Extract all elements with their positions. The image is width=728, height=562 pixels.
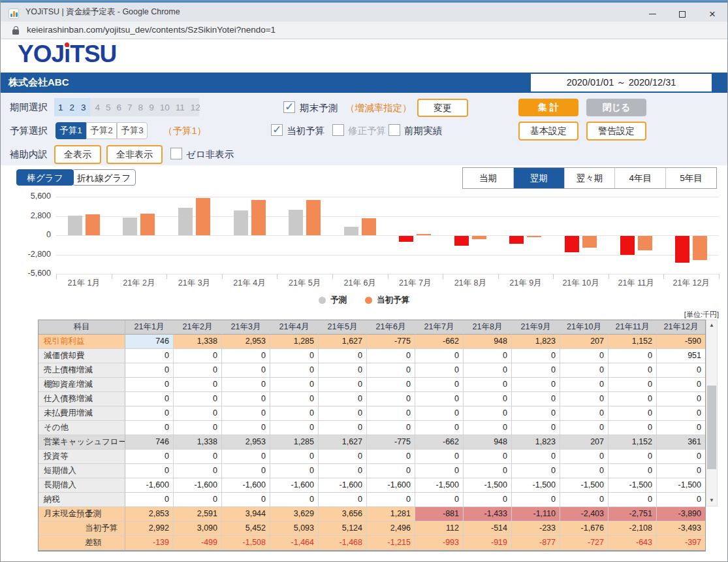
url-text[interactable]: keieirashinban.com/yojitsu_dev/contents/… — [27, 22, 276, 39]
table-cell[interactable]: 0 — [657, 464, 705, 478]
table-cell[interactable]: -1,508 — [222, 536, 270, 550]
table-cell[interactable]: 361 — [657, 435, 705, 450]
table-cell[interactable]: -2,108 — [609, 521, 657, 536]
table-cell[interactable]: -775 — [367, 335, 415, 349]
table-cell[interactable]: 0 — [464, 349, 512, 363]
table-cell[interactable]: 951 — [657, 349, 705, 363]
maximize-button[interactable] — [667, 5, 697, 24]
table-cell[interactable]: -514 — [464, 521, 512, 536]
period-month-3[interactable]: 3 — [81, 103, 86, 112]
change-button[interactable]: 変更 — [417, 99, 468, 117]
table-cell[interactable]: 3,656 — [319, 507, 367, 521]
period-month-9[interactable]: 9 — [149, 103, 154, 112]
table-cell[interactable]: 0 — [125, 349, 174, 363]
table-cell[interactable]: 5,452 — [222, 521, 270, 536]
table-cell[interactable]: 0 — [560, 421, 609, 435]
table-cell[interactable]: 1,823 — [512, 335, 560, 349]
forecast-checkbox[interactable] — [283, 101, 295, 113]
period-month-4[interactable]: 4 — [95, 103, 101, 112]
table-cell[interactable]: 1,338 — [174, 335, 222, 349]
period-month-1[interactable]: 1 — [58, 103, 63, 112]
table-cell[interactable]: 1,281 — [367, 507, 415, 521]
table-cell[interactable]: 1,823 — [512, 435, 560, 450]
table-cell[interactable]: 0 — [367, 493, 415, 507]
table-cell[interactable]: -1,500 — [560, 478, 609, 493]
tab-year-5[interactable]: 5年目 — [665, 168, 716, 188]
table-cell[interactable]: 0 — [270, 421, 319, 435]
table-cell[interactable]: 0 — [464, 378, 512, 392]
period-month-12[interactable]: 12 — [191, 103, 200, 112]
table-cell[interactable]: -993 — [415, 536, 464, 550]
table-cell[interactable]: -1,500 — [512, 478, 560, 493]
table-cell[interactable]: 0 — [657, 450, 705, 464]
table-cell[interactable]: 0 — [415, 450, 464, 464]
period-month-7[interactable]: 7 — [127, 103, 133, 112]
table-cell[interactable]: 0 — [512, 363, 560, 378]
table-cell[interactable]: 2,496 — [367, 521, 415, 536]
table-cell[interactable]: 0 — [657, 378, 705, 392]
table-cell[interactable]: 0 — [512, 421, 560, 435]
address-bar[interactable]: keieirashinban.com/yojitsu_dev/contents/… — [1, 22, 727, 39]
table-cell[interactable]: -1,600 — [222, 478, 270, 493]
tab-line-graph[interactable]: 折れ線グラフ — [72, 169, 136, 186]
hide-all-button[interactable]: 全非表示 — [106, 145, 163, 164]
table-cell[interactable]: 0 — [125, 392, 174, 406]
period-month-11[interactable]: 11 — [176, 103, 185, 112]
table-cell[interactable]: 0 — [415, 349, 464, 363]
table-cell[interactable]: 0 — [222, 450, 270, 464]
table-cell[interactable]: 0 — [367, 363, 415, 378]
table-cell[interactable]: 0 — [222, 363, 270, 378]
table-cell[interactable]: 0 — [367, 450, 415, 464]
table-cell[interactable]: 0 — [609, 493, 657, 507]
table-cell[interactable]: 0 — [270, 392, 319, 406]
prior-actual-checkbox[interactable] — [388, 124, 400, 136]
table-cell[interactable]: 0 — [464, 406, 512, 421]
table-cell[interactable]: 0 — [367, 349, 415, 363]
table-cell[interactable]: 0 — [222, 464, 270, 478]
table-cell[interactable]: -1,676 — [560, 521, 609, 536]
table-cell[interactable]: 2,853 — [125, 507, 174, 521]
table-cell[interactable]: 0 — [222, 378, 270, 392]
table-cell[interactable]: -1,600 — [125, 478, 174, 493]
scroll-thumb[interactable] — [707, 386, 716, 469]
table-cell[interactable]: -1,600 — [367, 478, 415, 493]
table-cell[interactable]: 0 — [609, 464, 657, 478]
period-month-10[interactable]: 10 — [160, 103, 170, 112]
table-cell[interactable]: 0 — [270, 363, 319, 378]
zero-hide-checkbox[interactable] — [170, 148, 182, 159]
table-cell[interactable]: 1,285 — [270, 335, 319, 349]
table-cell[interactable]: 0 — [609, 450, 657, 464]
table-cell[interactable]: 1,152 — [609, 335, 657, 349]
table-cell[interactable]: 207 — [560, 435, 609, 450]
table-cell[interactable]: 746 — [125, 335, 174, 349]
table-cell[interactable]: -1,500 — [609, 478, 657, 493]
table-cell[interactable]: 5,093 — [270, 521, 319, 536]
table-cell[interactable]: 0 — [464, 464, 512, 478]
table-cell[interactable]: 746 — [125, 435, 174, 450]
close-view-button[interactable]: 閉じる — [586, 99, 646, 116]
scroll-down-button[interactable]: ▼ — [706, 495, 717, 506]
table-cell[interactable]: 0 — [657, 392, 705, 406]
table-cell[interactable]: 0 — [415, 464, 464, 478]
table-cell[interactable]: -919 — [464, 536, 512, 550]
table-cell[interactable]: 0 — [222, 493, 270, 507]
table-cell[interactable]: -1,468 — [319, 536, 367, 550]
table-cell[interactable]: -1,600 — [270, 478, 319, 493]
budget-2-button[interactable]: 予算2 — [86, 122, 117, 139]
table-cell[interactable]: 0 — [319, 349, 367, 363]
table-cell[interactable]: 0 — [125, 450, 174, 464]
table-cell[interactable]: -590 — [657, 335, 705, 349]
table-cell[interactable]: 0 — [125, 363, 174, 378]
table-cell[interactable]: 0 — [319, 378, 367, 392]
table-cell[interactable]: 0 — [657, 421, 705, 435]
table-cell[interactable]: -397 — [657, 536, 705, 550]
tab-current-period[interactable]: 当期 — [463, 168, 513, 188]
table-cell[interactable]: -1,215 — [367, 536, 415, 550]
basic-settings-button[interactable]: 基本設定 — [518, 122, 578, 140]
table-cell[interactable]: 0 — [464, 363, 512, 378]
table-cell[interactable]: 0 — [367, 392, 415, 406]
table-cell[interactable]: 0 — [125, 421, 174, 435]
tab-next-period[interactable]: 翌期 — [513, 168, 564, 188]
table-cell[interactable]: 0 — [222, 421, 270, 435]
table-cell[interactable]: -775 — [367, 435, 415, 450]
